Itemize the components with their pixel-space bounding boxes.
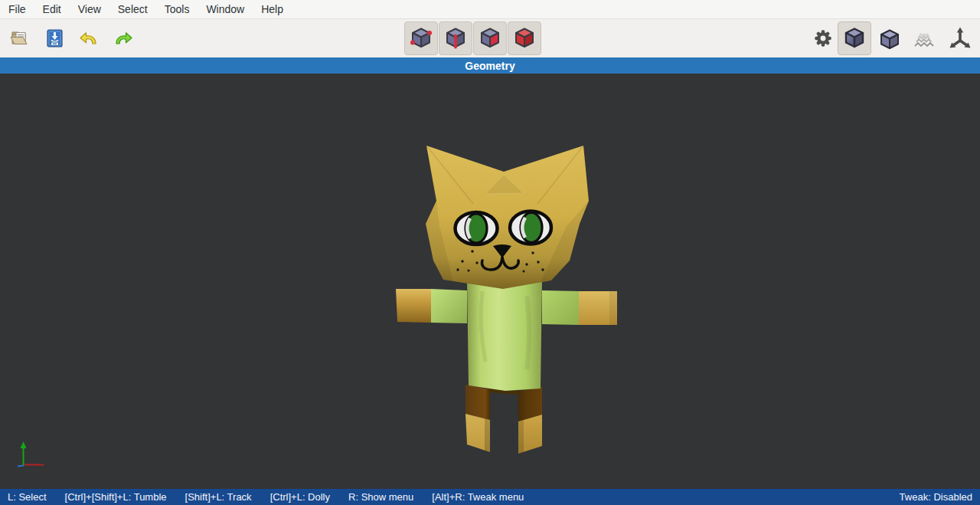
axis-indicator: [18, 441, 44, 467]
menu-view[interactable]: View: [77, 2, 102, 17]
menu-bar: File Edit View Select Tools Window Help: [0, 0, 980, 19]
hint-tweak-menu: [Alt]+R: Tweak menu: [432, 491, 524, 503]
status-bar: L: Select [Ctrl]+[Shift]+L: Tumble [Shif…: [0, 489, 980, 505]
edge-select-button[interactable]: [439, 21, 472, 55]
cat-model: [0, 74, 980, 489]
redo-icon[interactable]: [113, 28, 134, 49]
face-select-icon: [477, 24, 503, 53]
toolbar: [0, 19, 980, 57]
hint-tumble: [Ctrl]+[Shift]+L: Tumble: [65, 491, 167, 503]
tweak-status: Tweak: Disabled: [900, 491, 972, 503]
selection-mode-group: [404, 21, 541, 55]
hint-dolly: [Ctrl]+L: Dolly: [270, 491, 330, 503]
hint-select: L: Select: [8, 491, 47, 503]
menu-tools[interactable]: Tools: [164, 2, 191, 17]
vertex-select-icon: [408, 24, 434, 53]
shaded-view-button[interactable]: [838, 21, 871, 55]
menu-window[interactable]: Window: [205, 2, 245, 17]
toolbar-file-group: [9, 19, 134, 57]
menu-select[interactable]: Select: [117, 2, 149, 17]
hint-show-menu: R: Show menu: [348, 491, 413, 503]
edge-select-icon: [443, 24, 469, 53]
menu-edit[interactable]: Edit: [42, 2, 62, 17]
viewport-3d[interactable]: [0, 74, 980, 489]
hint-track: [Shift]+L: Track: [185, 491, 252, 503]
vertex-select-button[interactable]: [404, 21, 438, 55]
wireframe-view-icon[interactable]: [873, 21, 906, 55]
face-select-button[interactable]: [473, 21, 507, 55]
open-icon[interactable]: [9, 28, 31, 49]
gear-icon[interactable]: [810, 21, 836, 55]
save-icon[interactable]: [44, 28, 65, 49]
body-select-icon: [511, 24, 537, 53]
menu-help[interactable]: Help: [260, 2, 284, 17]
view-options-group: [810, 19, 977, 57]
body-select-button[interactable]: [508, 21, 541, 55]
ground-plane-icon[interactable]: [908, 21, 942, 55]
shaded-view-icon: [841, 24, 867, 53]
pane-title: Geometry: [465, 60, 514, 72]
axes-icon[interactable]: [943, 21, 977, 55]
undo-icon[interactable]: [78, 28, 100, 49]
geometry-pane-header[interactable]: Geometry: [0, 57, 980, 74]
menu-file[interactable]: File: [8, 2, 27, 17]
